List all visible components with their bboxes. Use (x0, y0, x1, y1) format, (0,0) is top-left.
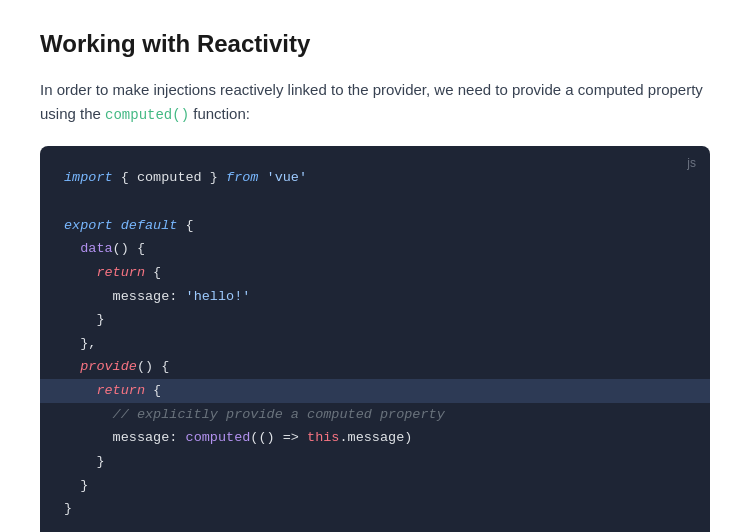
page-title: Working with Reactivity (40, 30, 710, 58)
code-line: message: 'hello!' (64, 285, 686, 309)
code-line: return { (64, 261, 686, 285)
code-line: message: computed(() => this.message) (64, 426, 686, 450)
code-line: data() { (64, 237, 686, 261)
code-line: }, (64, 332, 686, 356)
code-line: } (64, 450, 686, 474)
code-line: provide() { (64, 355, 686, 379)
code-block: js import { computed } from 'vue' export… (40, 146, 710, 532)
code-line: } (64, 474, 686, 498)
code-line: import { computed } from 'vue' (64, 166, 686, 190)
intro-paragraph: In order to make injections reactively l… (40, 78, 710, 126)
lang-badge: js (687, 156, 696, 170)
computed-link[interactable]: computed() (105, 107, 189, 123)
code-line: export default { (64, 214, 686, 238)
code-line: // explicitly provide a computed propert… (64, 403, 686, 427)
code-content: import { computed } from 'vue' export de… (64, 166, 686, 520)
code-line-highlighted: return { (40, 379, 710, 403)
code-line: } (64, 308, 686, 332)
code-line (64, 190, 686, 214)
code-line: } (64, 497, 686, 521)
